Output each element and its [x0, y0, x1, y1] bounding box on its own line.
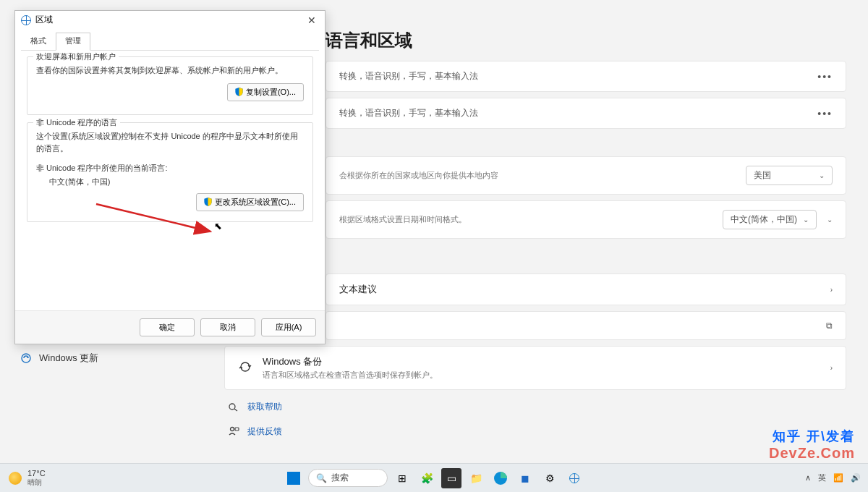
chevron-down-icon: ⌄ [803, 216, 809, 224]
temp-value: 17°C [27, 469, 46, 478]
group-text: 查看你的国际设置并将其复制到欢迎屏幕、系统帐户和新的用户帐户。 [36, 64, 304, 77]
taskbar-search[interactable]: 🔍 搜索 [308, 469, 388, 487]
more-icon[interactable]: ••• [817, 108, 833, 119]
group-text: 这个设置(系统区域设置)控制在不支持 Unicode 的程序中显示文本时所使用的… [36, 130, 304, 156]
taskbar: 17°C 晴朗 🔍 搜索 ⊞ 🧩 ▭ 📁 ◼ ⚙ ∧ 英 📶 🔊 [0, 463, 868, 492]
lang-sub: 转换，语音识别，手写，基本输入法 [339, 107, 478, 119]
globe-icon [21, 15, 31, 25]
format-value: 中文(简体，中国) [731, 213, 797, 226]
store-button[interactable]: ◼ [515, 468, 535, 488]
volume-icon[interactable]: 🔊 [851, 473, 861, 483]
svg-point-1 [229, 404, 235, 410]
svg-point-0 [22, 354, 30, 362]
region-desc: 会根据你所在的国家或地区向你提供本地内容 [339, 170, 498, 181]
shield-icon [204, 198, 212, 206]
apply-button[interactable]: 应用(A) [261, 318, 316, 336]
dialog-title: 区域 [35, 14, 53, 26]
tray-up-icon[interactable]: ∧ [805, 473, 811, 483]
group-legend: 欢迎屏幕和新用户帐户 [33, 51, 119, 62]
expand-icon[interactable]: ⌄ [827, 216, 833, 224]
region-dialog: 区域 ✕ 格式 管理 欢迎屏幕和新用户帐户 查看你的国际设置并将其复制到欢迎屏幕… [14, 10, 326, 344]
change-locale-button[interactable]: 更改系统区域设置(C)... [196, 193, 304, 211]
language-row-1[interactable]: 转换，语音识别，手写，基本输入法 ••• [326, 61, 846, 92]
ime-indicator[interactable]: 英 [818, 472, 826, 483]
weather-desc: 晴朗 [27, 478, 46, 488]
pinned-app-2[interactable]: ▭ [441, 468, 461, 488]
format-desc: 根据区域格式设置日期和时间格式。 [339, 214, 467, 225]
taskbar-weather[interactable]: 17°C 晴朗 [0, 469, 46, 488]
backup-sub: 语言和区域格式在检查语言首选项时保存到帐户。 [263, 370, 438, 381]
group-welcome: 欢迎屏幕和新用户帐户 查看你的国际设置并将其复制到欢迎屏幕、系统帐户和新的用户帐… [27, 56, 313, 115]
help-link[interactable]: 获取帮助 [224, 396, 846, 417]
suggestion-label: 文本建议 [339, 283, 377, 296]
svg-point-2 [231, 428, 234, 431]
shield-icon [235, 88, 243, 96]
feedback-icon [227, 425, 240, 438]
language-row-2[interactable]: 转换，语音识别，手写，基本输入法 ••• [326, 98, 846, 129]
network-icon[interactable]: 📶 [833, 473, 843, 483]
update-icon [20, 352, 32, 364]
current-lang-value: 中文(简体，中国) [49, 177, 304, 187]
tab-admin[interactable]: 管理 [56, 33, 90, 51]
chevron-right-icon: › [830, 286, 833, 294]
region-dropdown[interactable]: 美国 ⌄ [746, 166, 833, 185]
open-icon: ⧉ [826, 321, 833, 331]
backup-row[interactable]: Windows 备份 语言和区域格式在检查语言首选项时保存到帐户。 › [224, 346, 846, 390]
dialog-close-button[interactable]: ✕ [305, 14, 319, 26]
help-icon [227, 400, 240, 413]
edge-button[interactable] [490, 468, 511, 488]
copy-settings-button[interactable]: 复制设置(O)... [227, 83, 304, 101]
app-button[interactable] [564, 468, 584, 488]
chevron-down-icon: ⌄ [819, 171, 825, 179]
group-legend: 非 Unicode 程序的语言 [33, 117, 120, 128]
suggestion-row[interactable]: 文本建议 › [326, 273, 846, 305]
current-lang-label: 非 Unicode 程序中所使用的当前语言: [36, 163, 304, 174]
group-non-unicode: 非 Unicode 程序的语言 这个设置(系统区域设置)控制在不支持 Unico… [27, 122, 313, 222]
backup-title: Windows 备份 [263, 355, 438, 368]
region-row[interactable]: 会根据你所在的国家或地区向你提供本地内容 美国 ⌄ [326, 156, 846, 195]
region-value: 美国 [754, 169, 771, 182]
search-icon: 🔍 [316, 473, 327, 483]
tab-format[interactable]: 格式 [21, 33, 56, 51]
page-title: 语言和区域 [326, 29, 846, 52]
svg-rect-3 [235, 428, 239, 430]
chevron-right-icon: › [830, 364, 833, 372]
pinned-app-1[interactable]: 🧩 [417, 468, 437, 488]
format-dropdown[interactable]: 中文(简体，中国) ⌄ [723, 210, 817, 229]
sidebar: Windows 更新 [14, 347, 145, 369]
cancel-button[interactable]: 取消 [200, 318, 255, 336]
file-explorer-button[interactable]: 📁 [466, 468, 486, 488]
task-view-button[interactable]: ⊞ [392, 468, 412, 488]
sun-icon [9, 472, 22, 485]
sync-icon [238, 360, 252, 376]
settings-button[interactable]: ⚙ [540, 468, 560, 488]
sidebar-item-windows-update[interactable]: Windows 更新 [14, 347, 145, 369]
feedback-link[interactable]: 提供反馈 [224, 420, 846, 442]
ok-button[interactable]: 确定 [140, 318, 195, 336]
lang-sub: 转换，语音识别，手写，基本输入法 [339, 70, 478, 82]
more-icon[interactable]: ••• [817, 71, 833, 82]
start-button[interactable] [284, 468, 304, 488]
open-row[interactable]: ⧉ [326, 311, 846, 340]
sidebar-item-label: Windows 更新 [39, 352, 98, 365]
dialog-tabs: 格式 管理 [21, 32, 319, 51]
format-row[interactable]: 根据区域格式设置日期和时间格式。 中文(简体，中国) ⌄ ⌄ [326, 200, 846, 239]
